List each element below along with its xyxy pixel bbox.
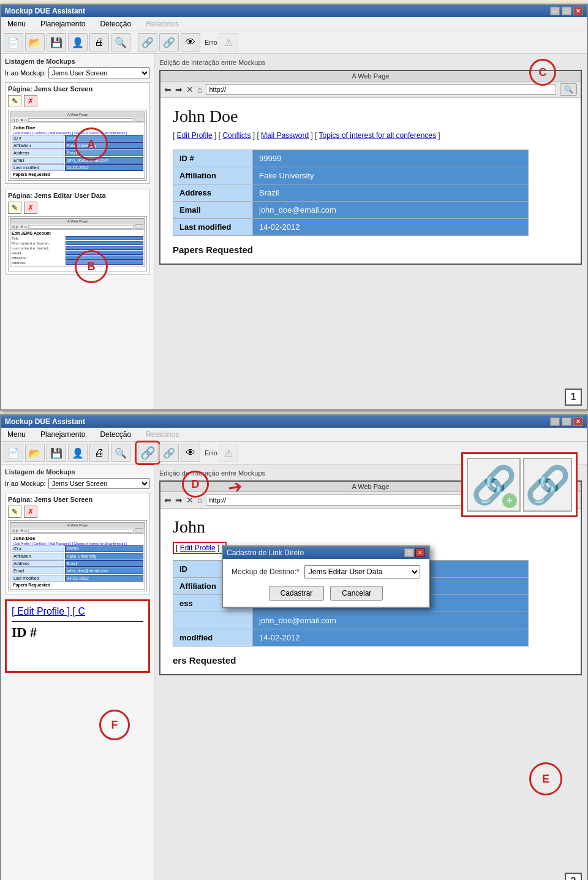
mini-row-2a-email: Email john_doe@email.com — [12, 567, 143, 574]
nav-home-btn[interactable]: ⌂ — [197, 85, 202, 94]
close-btn-1[interactable]: ✕ — [573, 7, 583, 15]
tb-save-btn[interactable]: 💾 — [47, 33, 66, 51]
title-bar-buttons-2: ─ □ ✕ — [550, 417, 583, 426]
goto-label-1: Ir ao Mockup: — [5, 69, 46, 77]
dialog-dest-label: Mockup de Destino:* — [232, 567, 300, 576]
maximize-btn-2[interactable]: □ — [562, 417, 571, 426]
error-label-2: Erro — [205, 449, 217, 457]
page-edit-btn-1[interactable]: ✎ — [8, 95, 21, 107]
menu-bar-2: Menu Planejamento Detecção Relatórios — [1, 428, 587, 442]
page-delete-btn-2a[interactable]: ✗ — [24, 506, 37, 518]
web-mockup-title-1: A Web Page — [160, 71, 581, 82]
mini-form-input-5 — [66, 256, 143, 260]
zoom-plus-icon: + — [502, 493, 517, 508]
tb-add-user-btn[interactable]: 👤 — [68, 33, 88, 51]
tb2-eye-btn[interactable]: 👁 — [181, 444, 200, 462]
mini-form-label-2: First name (i.e. fname): — [12, 241, 64, 245]
menu2-item-planejamento[interactable]: Planejamento — [37, 429, 89, 440]
page-label-2a: Página: Jems User Screen — [8, 496, 147, 503]
right-panel-2: Edição de Interação entre Mockups ➔ A We… — [154, 465, 587, 880]
address-bar-1[interactable] — [206, 84, 556, 95]
menu-item-deteccao[interactable]: Detecção — [96, 18, 135, 29]
page-actions-2a: ✎ ✗ — [8, 506, 147, 518]
tb-link2-btn[interactable]: 🔗 — [159, 33, 179, 51]
nav2-fwd-btn[interactable]: ➡ — [175, 495, 183, 505]
left-panel-1: Listagem de Mockups Ir ao Mockup: Jems U… — [1, 54, 154, 409]
page-edit-btn-2[interactable]: ✎ — [8, 202, 21, 214]
close-btn-2[interactable]: ✕ — [573, 417, 583, 426]
tb2-save-btn[interactable]: 💾 — [47, 444, 66, 462]
tb2-print-btn[interactable]: 🖨 — [89, 444, 109, 462]
dialog-cancel-btn[interactable]: Cancelar — [330, 586, 383, 601]
dialog-dest-select[interactable]: Jems Editar User Data — [304, 565, 420, 578]
zoom-edit-profile-link[interactable]: [ Edit Profile ] [ C — [12, 606, 143, 617]
tb-new-btn[interactable]: 📄 — [4, 33, 23, 51]
topics-link[interactable]: Topics of interest for all conferences — [319, 131, 436, 140]
tb-open-btn[interactable]: 📂 — [25, 33, 45, 51]
tb2-add-user-btn[interactable]: 👤 — [68, 444, 88, 462]
conflicts-link[interactable]: Conflicts — [222, 131, 251, 140]
page-delete-btn-1[interactable]: ✗ — [24, 95, 37, 107]
tb-error-btn[interactable]: ⚠ — [219, 33, 238, 51]
mini-val-mod: 14-02-2012 — [65, 164, 143, 171]
tb2-new-btn[interactable]: 📄 — [4, 444, 23, 462]
goto-select-1[interactable]: Jems User Screen — [48, 67, 150, 78]
nav-back-btn[interactable]: ⬅ — [164, 85, 172, 94]
label2-lastmod: modified — [173, 629, 253, 647]
dialog-confirm-btn[interactable]: Cadastrar — [269, 586, 325, 601]
mail-password-link[interactable]: Mail Password — [261, 131, 309, 140]
papers-heading-1: Papers Requested — [173, 245, 568, 255]
window-2: Mockup DUE Assistant ─ □ ✕ Menu Planejam… — [0, 414, 588, 880]
edit-profile-link[interactable]: Edit Profile — [177, 131, 213, 140]
menu2-item-menu[interactable]: Menu — [4, 429, 29, 440]
mini-form-input-6 — [66, 260, 143, 265]
tb-view-btn[interactable]: 🔍 — [111, 33, 130, 51]
mini-form-row-6: Address: — [12, 260, 143, 265]
mini-browser-title-2: A Web Page — [10, 219, 145, 224]
tb-link-btn[interactable]: 🔗 — [138, 33, 157, 51]
nav2-back-btn[interactable]: ⬅ — [164, 495, 172, 505]
toolbar-error-2: Erro ⚠ — [205, 444, 238, 462]
page-edit-btn-2a[interactable]: ✎ — [8, 506, 21, 518]
nav-stop-btn[interactable]: ✕ — [186, 85, 194, 94]
page-actions-2: ✎ ✗ — [8, 202, 147, 214]
mini-nav-home: ⌂ — [24, 118, 27, 122]
nav2-stop-btn[interactable]: ✕ — [186, 495, 194, 505]
mini-row-email: Email john_doe@email.com — [12, 157, 143, 164]
menu-item-planejamento[interactable]: Planejamento — [37, 18, 89, 29]
maximize-btn-1[interactable]: □ — [562, 7, 571, 15]
page-delete-btn-2[interactable]: ✗ — [24, 202, 37, 214]
tb2-view-btn[interactable]: 🔍 — [111, 444, 130, 462]
label-address: Address — [173, 184, 253, 202]
menu-item-relatorios[interactable]: Relatórios — [142, 18, 183, 29]
tb-print-btn[interactable]: 🖨 — [89, 33, 109, 51]
label2-email — [173, 612, 253, 629]
title-bar-buttons-1: ─ □ ✕ — [550, 7, 583, 15]
zoom-link-icon-1: 🔗 + — [467, 458, 521, 512]
tb2-link-highlighted-btn[interactable]: 🔗 — [138, 444, 157, 462]
tb2-link2-btn[interactable]: 🔗 — [159, 444, 179, 462]
goto-mockup-2: Ir ao Mockup: Jems User Screen — [5, 478, 150, 489]
menu2-item-relatorios[interactable]: Relatórios — [142, 429, 183, 440]
mini-browser-bar-2: ◁ ▷ ✕ ⌂ — [10, 224, 145, 230]
goto-select-2[interactable]: Jems User Screen — [48, 478, 150, 489]
tb-eye-btn[interactable]: 👁 — [181, 33, 200, 51]
search-btn-1[interactable]: 🔍 — [560, 83, 577, 96]
menu2-item-deteccao[interactable]: Detecção — [96, 429, 135, 440]
dialog-close-btn[interactable]: ✕ — [415, 548, 425, 557]
dialog-buttons: ? ✕ — [404, 548, 425, 557]
dialog-help-btn[interactable]: ? — [404, 548, 414, 557]
value2-lastmod: 14-02-2012 — [253, 629, 529, 647]
edit-profile-link-2[interactable]: Edit Profile — [180, 544, 216, 552]
table-row-id: ID # 99999 — [173, 150, 529, 167]
menu-item-menu[interactable]: Menu — [4, 18, 29, 29]
nav2-home-btn[interactable]: ⌂ — [197, 495, 202, 505]
toolbar-zoom-box: 🔗 + 🔗 — [461, 452, 578, 517]
table2-row-email: john_doe@email.com — [173, 612, 529, 629]
nav-fwd-btn[interactable]: ➡ — [175, 85, 183, 94]
tb2-error-btn[interactable]: ⚠ — [219, 444, 238, 462]
minimize-btn-1[interactable]: ─ — [550, 7, 560, 15]
minimize-btn-2[interactable]: ─ — [550, 417, 560, 426]
mini-row-2a-aff: Affiliation Fake University — [12, 553, 143, 559]
tb2-open-btn[interactable]: 📂 — [25, 444, 45, 462]
